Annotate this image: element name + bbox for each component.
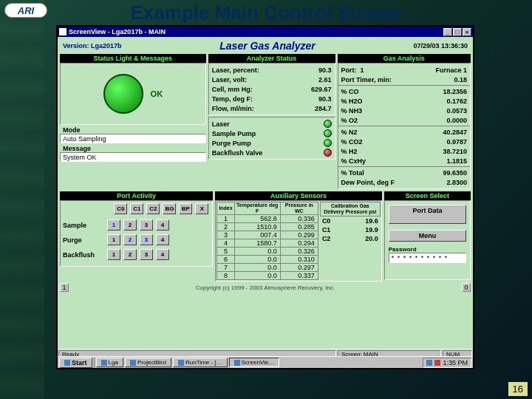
titlebar[interactable]: ScreenView - Lga2017b - MAIN _ □ ×: [58, 27, 473, 37]
screen-select-header: Screen Select: [384, 191, 471, 200]
port-button[interactable]: 4: [156, 219, 169, 231]
port-button[interactable]: 1: [107, 234, 120, 245]
taskbar-item[interactable]: Lga: [96, 358, 123, 367]
gas-row: % CO18.2356: [338, 86, 470, 96]
analyzer-row: Cell, mm Hg: 629.67: [209, 84, 335, 94]
analyzer-row: Laser, volt:2.61: [209, 75, 335, 84]
taskbar-item[interactable]: RunTime - […: [173, 358, 228, 367]
aux-panel: IndexTemperature deg FPressure in WC 156…: [215, 200, 381, 282]
port-button[interactable]: 3: [140, 219, 153, 231]
taskbar: Start LgaProjectBirdRunTime - […ScreenVi…: [58, 356, 473, 368]
gas-row: % NH30.0573: [338, 106, 470, 115]
close-button[interactable]: ×: [463, 28, 471, 36]
message-label: Message: [60, 143, 206, 152]
port-col-header[interactable]: X: [195, 203, 208, 214]
port-col-header[interactable]: C1: [130, 203, 143, 214]
password-input[interactable]: * * * * * * * * * *: [389, 253, 466, 263]
gas-header: Gas Analysis: [338, 54, 471, 63]
gas-row: Dew Point, deg F2.8300: [338, 177, 470, 187]
led-icon: [324, 129, 332, 137]
analyzer-led-row: Laser: [209, 119, 335, 129]
aux-col-header: Pressure in WC: [280, 202, 318, 215]
menu-button[interactable]: Menu: [389, 230, 466, 242]
port-button[interactable]: 2: [123, 249, 137, 260]
port-button[interactable]: 4: [156, 249, 169, 260]
cal-header: Calibration Gas Delivery Pressure psi: [320, 202, 381, 216]
port-button[interactable]: 1: [107, 249, 120, 260]
cal-row: C220.0: [320, 234, 381, 243]
port-col-header[interactable]: BP: [179, 203, 192, 214]
analyzer-led-row: Backflush Valve: [209, 148, 335, 157]
app-window: ScreenView - Lga2017b - MAIN _ □ × Versi…: [56, 25, 474, 369]
version-label: Version: Lga2017b: [63, 42, 122, 50]
port-col-header[interactable]: C0: [114, 203, 127, 214]
aux-row: 70.00.297: [217, 264, 318, 272]
task-icon: [130, 360, 136, 366]
system-tray[interactable]: 1:35 PM: [423, 358, 471, 368]
status-ok-text: OK: [151, 89, 163, 98]
taskbar-item[interactable]: ScreenVie…: [229, 358, 280, 367]
analyzer-led-row: Sample Pump: [209, 129, 335, 138]
port-button[interactable]: 3: [140, 249, 153, 260]
copyright-text: Copyright (c) 1999 - 2003 Atmosphere Rec…: [69, 284, 462, 292]
analyzer-led-row: Purge Pump: [209, 138, 335, 148]
scroll-right-button[interactable]: 0: [462, 283, 471, 292]
port-activity-row: Sample1234: [63, 219, 210, 231]
led-icon: [324, 149, 332, 157]
port-activity-panel: C0C1C2BGBPX Sample1234Purge1234Backflush…: [60, 200, 213, 267]
tray-icon: [426, 360, 432, 366]
port-data-button[interactable]: Port Data: [389, 205, 466, 224]
windows-icon: [64, 360, 70, 366]
mode-label: Mode: [60, 125, 206, 134]
gas-row: % CxHy1.1815: [338, 156, 470, 166]
aux-table: IndexTemperature deg FPressure in WC 156…: [216, 202, 318, 280]
window-title: ScreenView - Lga2017b - MAIN: [69, 28, 166, 35]
app-icon: [59, 28, 66, 35]
message-value: System OK: [60, 152, 206, 162]
page-number: 16: [508, 382, 528, 396]
cal-row: C119.9: [320, 225, 381, 234]
mode-value: Auto Sampling: [60, 134, 206, 143]
gas-panel: Port: 1Furnace 1 Port Timer, min:0.18 % …: [338, 63, 471, 189]
analyzer-values: Laser, percent:90.3Laser, volt:2.61Cell,…: [208, 63, 335, 115]
task-icon: [178, 360, 184, 366]
task-icon: [101, 360, 107, 366]
status-light-box: OK: [60, 63, 206, 125]
analyzer-leds: LaserSample PumpPurge PumpBackflush Valv…: [208, 117, 335, 160]
aux-header: Auxiliary Sensors: [215, 191, 381, 200]
clock: 1:35 PM: [443, 359, 468, 366]
port-col-header[interactable]: C2: [146, 203, 160, 214]
port-button[interactable]: 2: [123, 219, 137, 231]
minimize-button[interactable]: _: [443, 28, 452, 36]
scroll-left-button[interactable]: 1: [60, 283, 69, 292]
aux-row: 21510.90.285: [217, 223, 318, 231]
gas-row: % N240.2847: [338, 127, 470, 137]
analyzer-row: Laser, percent:90.3: [209, 65, 335, 75]
port-button[interactable]: 2: [123, 234, 137, 245]
start-button[interactable]: Start: [59, 358, 92, 368]
port-activity-header: Port Activity: [60, 191, 213, 200]
port-col-header[interactable]: BG: [163, 203, 176, 214]
port-button[interactable]: 4: [156, 234, 169, 245]
port-button[interactable]: 1: [107, 219, 120, 231]
aux-col-header: Temperature deg F: [234, 202, 280, 215]
aux-row: 60.00.310: [217, 256, 318, 264]
aux-row: 80.00.337: [217, 272, 318, 280]
gas-row: % Total99.6350: [338, 168, 470, 177]
status-led-icon: [103, 74, 143, 114]
aux-row: 41580.70.294: [217, 239, 318, 248]
status-header: Status Light & Messages: [60, 54, 206, 63]
analyzer-row: Temp, deg F: 90.3: [209, 94, 335, 103]
maximize-button[interactable]: □: [453, 28, 462, 36]
gas-row: % H2O0.1762: [338, 96, 470, 106]
taskbar-item[interactable]: ProjectBird: [125, 358, 171, 367]
port-activity-row: Backflush1234: [63, 249, 210, 260]
task-icon: [234, 360, 240, 366]
screen-select-panel: Port Data Menu Password * * * * * * * * …: [384, 200, 471, 280]
aux-row: 3007.40.299: [217, 231, 318, 239]
cal-row: C019.6: [320, 216, 381, 225]
tray-icon: [434, 360, 440, 366]
port-button[interactable]: 3: [140, 234, 153, 245]
led-icon: [324, 120, 332, 128]
analyzer-header: Analyzer Status: [208, 54, 335, 63]
